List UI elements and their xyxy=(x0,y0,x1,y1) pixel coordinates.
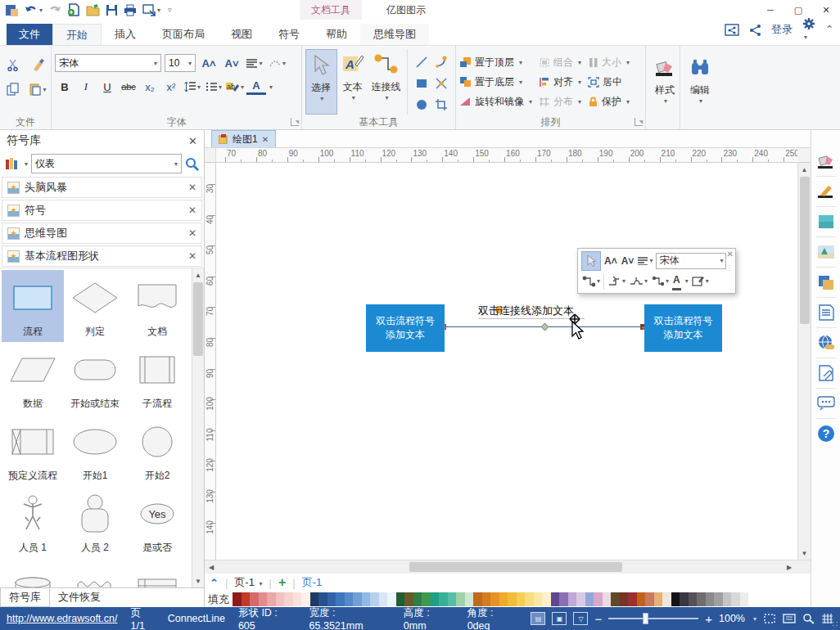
palette-swatch[interactable] xyxy=(551,592,560,606)
palette-swatch[interactable] xyxy=(473,592,482,606)
palette-swatch[interactable] xyxy=(387,592,396,606)
font-color-button[interactable]: A xyxy=(246,79,266,95)
mini-increase-font-button[interactable]: A˄ xyxy=(603,252,618,270)
mini-align-button[interactable]: ▾ xyxy=(637,252,653,270)
palette-swatch[interactable] xyxy=(353,592,362,606)
normal-view-button[interactable]: ▤ xyxy=(531,612,545,625)
share-window-icon[interactable] xyxy=(725,24,739,36)
palette-swatch[interactable] xyxy=(327,592,336,606)
mini-route-button[interactable]: ▾ xyxy=(607,272,626,290)
palette-swatch[interactable] xyxy=(662,592,671,606)
cut-icon[interactable] xyxy=(3,56,21,74)
palette-swatch[interactable] xyxy=(517,592,526,606)
text-tool-button[interactable]: A 文本▾ xyxy=(337,49,368,115)
palette-swatch[interactable] xyxy=(645,592,654,606)
tab-insert[interactable]: 插入 xyxy=(102,24,149,45)
palette-swatch[interactable] xyxy=(611,592,620,606)
library-dropdown[interactable]: ▾ xyxy=(25,160,28,168)
undo-button[interactable]: ▾ xyxy=(25,2,43,18)
underline-button[interactable]: U xyxy=(97,79,117,95)
shape-start1[interactable]: 开始1 xyxy=(64,414,126,486)
document-tab-close-icon[interactable]: ✕ xyxy=(262,135,269,144)
tab-file[interactable]: 文件 xyxy=(7,24,52,45)
palette-swatch[interactable] xyxy=(534,592,543,606)
palette-swatch[interactable] xyxy=(362,592,371,606)
format-painter-icon[interactable] xyxy=(29,56,47,74)
presentation-view-button[interactable]: ▽ xyxy=(573,612,588,625)
scroll-up-icon[interactable]: ▲ xyxy=(798,163,811,176)
notes-panel-icon[interactable] xyxy=(815,302,837,323)
palette-swatch[interactable] xyxy=(293,592,302,606)
comment-panel-icon[interactable] xyxy=(815,393,837,414)
zoom-out-button[interactable]: − xyxy=(594,612,602,626)
mini-toolbar-grip[interactable]: ⋮ xyxy=(726,267,733,270)
customize-qat-button[interactable]: ▿ xyxy=(166,2,172,18)
page-name-dropdown[interactable]: 页-1 ▾ xyxy=(234,575,262,590)
palette-swatch[interactable] xyxy=(370,592,379,606)
shape-yesno[interactable]: Yes 是或否 xyxy=(126,486,188,558)
scroll-down-icon[interactable]: ▼ xyxy=(798,547,811,560)
connector-tool-button[interactable]: 连接线▾ xyxy=(368,49,404,115)
scroll-right-icon[interactable]: ▶ xyxy=(783,560,796,574)
help-icon[interactable]: ? xyxy=(815,423,837,444)
group-button[interactable]: 组合▾ xyxy=(539,52,581,72)
zoom-level[interactable]: 100% xyxy=(719,613,745,624)
export-button[interactable]: ▾ xyxy=(142,2,160,18)
highlight-button[interactable]: ab▾ xyxy=(225,79,245,95)
shape-stored-data-partial[interactable] xyxy=(126,558,188,587)
tab-mindmap[interactable]: 思维导图 xyxy=(360,24,429,45)
ellipse-tool-icon[interactable] xyxy=(413,95,431,115)
palette-swatch[interactable] xyxy=(318,592,327,606)
palette-swatch[interactable] xyxy=(499,592,508,606)
arc-tool-icon[interactable] xyxy=(432,52,450,72)
palette-swatch[interactable] xyxy=(525,592,534,606)
palette-swatch[interactable] xyxy=(336,592,345,606)
bring-to-front-button[interactable]: 置于顶层▾ xyxy=(459,52,532,72)
palette-swatch[interactable] xyxy=(439,592,448,606)
text-align-button[interactable]: ▾ xyxy=(245,55,264,71)
size-button[interactable]: 大小▾ xyxy=(588,52,630,72)
add-page-button[interactable]: + xyxy=(278,575,286,590)
attachment-panel-icon[interactable] xyxy=(815,362,837,384)
line-style-panel-icon[interactable] xyxy=(815,181,837,202)
shape-document[interactable]: 文档 xyxy=(126,270,188,342)
scroll-up-icon[interactable]: ▲ xyxy=(192,268,204,281)
palette-swatch[interactable] xyxy=(542,592,551,606)
palette-swatch[interactable] xyxy=(723,592,732,606)
superscript-button[interactable]: x² xyxy=(161,79,181,95)
mini-connector-style-button[interactable]: ▾ xyxy=(581,272,601,290)
palette-swatch[interactable] xyxy=(233,592,242,606)
increase-font-button[interactable]: A˄ xyxy=(199,55,219,71)
palette-swatch[interactable] xyxy=(628,592,637,606)
select-tool-button[interactable]: 选择▾ xyxy=(305,49,337,115)
palette-swatch[interactable] xyxy=(714,592,723,606)
shape-person1[interactable]: 人员 1 xyxy=(2,486,64,558)
library-section-symbols[interactable]: ★ 符号 ✕ xyxy=(2,200,202,221)
zoom-slider[interactable] xyxy=(608,613,698,624)
bold-button[interactable]: B xyxy=(55,79,75,95)
shadow-panel-icon[interactable] xyxy=(815,211,837,232)
palette-swatch[interactable] xyxy=(689,592,698,606)
palette-swatch[interactable] xyxy=(345,592,354,606)
arrange-dialog-launcher[interactable] xyxy=(635,118,643,126)
connector-midpoint-handle[interactable] xyxy=(541,323,549,331)
collapse-ribbon-icon[interactable]: ⌃ xyxy=(825,24,833,35)
mini-bridge-button[interactable]: ▾ xyxy=(629,272,648,290)
hyperlink-panel-icon[interactable] xyxy=(815,332,837,353)
rectangle-tool-icon[interactable] xyxy=(413,74,431,93)
palette-swatch[interactable] xyxy=(301,592,310,606)
shape-predefined-process[interactable]: 预定义流程 xyxy=(2,414,64,486)
page-tab-active[interactable]: 页-1 xyxy=(302,575,323,590)
library-section-mindmap[interactable]: ★ 思维导图 ✕ xyxy=(2,223,202,244)
edrawsoft-link[interactable]: http://www.edrawsoft.cn/ xyxy=(7,613,117,624)
page-view-button[interactable]: ▣ xyxy=(552,612,567,625)
subscript-button[interactable]: x₂ xyxy=(140,79,160,95)
mini-decrease-font-button[interactable]: A˅ xyxy=(621,252,635,270)
export-dropdown[interactable]: ▾ xyxy=(157,7,160,14)
vertical-scrollbar[interactable]: ▲ ▼ xyxy=(797,163,811,560)
tab-page-layout[interactable]: 页面布局 xyxy=(149,24,218,45)
grid-toggle-icon[interactable] xyxy=(821,613,833,624)
drawing-canvas[interactable]: 双击连接线添加文本 双击流程符号 添加文本 双击流程符号 添加文本 xyxy=(216,163,797,560)
library-section-brainstorm[interactable]: ★ 头脑风暴 ✕ xyxy=(2,177,202,198)
section-close-icon[interactable]: ✕ xyxy=(188,227,196,239)
